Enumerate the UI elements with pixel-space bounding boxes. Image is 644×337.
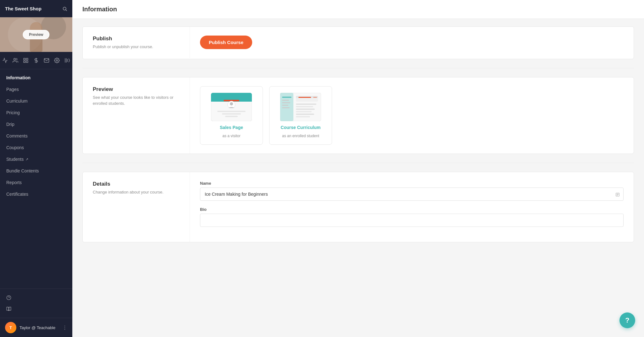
svg-point-7 [14, 58, 16, 60]
svg-line-1 [66, 10, 67, 11]
svg-rect-10 [26, 61, 28, 63]
sales-page-illustration [211, 93, 252, 121]
details-right: Name [190, 172, 634, 242]
svg-point-24 [230, 102, 233, 105]
sales-page-sub: as a visitor [222, 134, 240, 138]
external-link-icon: ↗ [25, 157, 28, 161]
svg-rect-40 [296, 104, 316, 105]
publish-section: Publish Publish or unpublish your course… [82, 26, 634, 59]
sidebar-item-curriculum[interactable]: Curriculum [0, 95, 72, 107]
sidebar-nav: Information Pages Curriculum Pricing Dri… [0, 69, 72, 289]
details-left: Details Change information about your co… [83, 172, 190, 204]
name-field-group: Name [200, 181, 624, 201]
sidebar-item-information[interactable]: Information [0, 72, 72, 83]
publish-row: Publish Publish or unpublish your course… [83, 27, 634, 59]
sidebar-item-bundle-contents[interactable]: Bundle Contents [0, 165, 72, 177]
sidebar-item-certificates[interactable]: Certificates [0, 188, 72, 200]
svg-rect-34 [282, 105, 288, 106]
svg-rect-31 [282, 97, 291, 98]
svg-rect-35 [282, 107, 290, 108]
svg-rect-42 [296, 109, 315, 110]
divider-2 [82, 163, 634, 163]
publish-desc: Publish or unpublish your course. [93, 44, 180, 50]
details-desc: Change information about your course. [93, 189, 180, 195]
bio-field-group: Bio [200, 207, 624, 227]
preview-desc: See what your course looks like to visit… [93, 94, 180, 107]
svg-rect-26 [222, 113, 241, 115]
page-title: Information [82, 6, 634, 13]
svg-point-0 [63, 7, 66, 10]
preview-label: Preview [93, 86, 180, 93]
preview-section: Preview See what your course looks like … [82, 77, 634, 154]
svg-rect-44 [296, 114, 314, 115]
search-icon[interactable] [62, 6, 67, 11]
divider-1 [82, 68, 634, 68]
name-input-wrapper [200, 188, 624, 201]
svg-rect-38 [298, 97, 311, 98]
sidebar-header: The Sweet Shop [0, 0, 72, 17]
sales-page-card[interactable]: Sales Page as a visitor [200, 86, 263, 145]
preview-cards: Sales Page as a visitor [200, 86, 624, 145]
curriculum-illustration [280, 93, 321, 121]
svg-point-13 [56, 60, 58, 61]
details-row: Details Change information about your co… [83, 172, 634, 242]
dollar-icon[interactable] [31, 56, 42, 65]
sidebar-item-coupons[interactable]: Coupons [0, 142, 72, 153]
publish-right: Publish Course [190, 27, 634, 58]
main-header: Information [72, 0, 644, 19]
app-logo: The Sweet Shop [5, 6, 42, 11]
svg-rect-9 [26, 58, 28, 60]
svg-rect-25 [217, 111, 246, 112]
sidebar-item-pages[interactable]: Pages [0, 84, 72, 95]
sidebar: The Sweet Shop Preview [0, 0, 72, 337]
avatar: T [5, 322, 16, 333]
preview-right: Sales Page as a visitor [190, 77, 634, 154]
sidebar-item-pricing[interactable]: Pricing [0, 107, 72, 118]
library-icon[interactable] [62, 56, 72, 65]
name-label: Name [200, 181, 624, 186]
bio-input[interactable] [200, 214, 624, 227]
sidebar-item-help[interactable] [0, 292, 72, 303]
curriculum-sub: as an enrolled student [282, 134, 319, 138]
dashboard-icon[interactable] [0, 56, 10, 65]
curriculum-title: Course Curriculum [281, 125, 321, 130]
sidebar-bottom [0, 289, 72, 318]
svg-rect-11 [24, 61, 25, 63]
sidebar-item-reports[interactable]: Reports [0, 177, 72, 188]
text-editor-icon [615, 191, 620, 197]
help-fab-button[interactable]: ? [619, 312, 635, 328]
user-name: Taylor @ Teachable [19, 325, 59, 330]
course-thumbnail: Preview [0, 17, 72, 52]
bio-label: Bio [200, 207, 624, 212]
sidebar-item-students[interactable]: Students ↗ [0, 154, 72, 165]
main-content: Information Publish Publish or unpublish… [72, 0, 644, 337]
sidebar-item-comments[interactable]: Comments [0, 130, 72, 142]
publish-left: Publish Publish or unpublish your course… [83, 27, 190, 59]
preview-row: Preview See what your course looks like … [83, 77, 634, 154]
preview-button[interactable]: Preview [23, 30, 49, 39]
svg-rect-33 [282, 102, 290, 103]
sidebar-item-courses[interactable] [0, 303, 72, 315]
sidebar-icon-bar [0, 52, 72, 69]
sidebar-user: T Taylor @ Teachable ⋮ [0, 318, 72, 337]
course-curriculum-card[interactable]: Course Curriculum as an enrolled student [269, 86, 332, 145]
users-icon[interactable] [10, 56, 21, 65]
publish-course-button[interactable]: Publish Course [200, 36, 252, 49]
svg-rect-8 [24, 58, 25, 60]
svg-rect-32 [282, 100, 289, 101]
chart-icon[interactable] [21, 56, 31, 65]
sales-page-title: Sales Page [220, 125, 243, 130]
details-section: Details Change information about your co… [82, 172, 634, 242]
svg-rect-39 [313, 97, 317, 98]
sidebar-item-drip[interactable]: Drip [0, 119, 72, 130]
svg-rect-45 [296, 116, 310, 117]
content-area: Publish Publish or unpublish your course… [72, 19, 644, 250]
user-menu-icon[interactable]: ⋮ [62, 325, 67, 331]
svg-rect-41 [296, 106, 313, 107]
name-input[interactable] [200, 188, 624, 201]
preview-left: Preview See what your course looks like … [83, 77, 190, 115]
details-label: Details [93, 181, 180, 187]
settings-icon[interactable] [52, 56, 62, 65]
publish-label: Publish [93, 36, 180, 42]
mail-icon[interactable] [41, 56, 52, 65]
